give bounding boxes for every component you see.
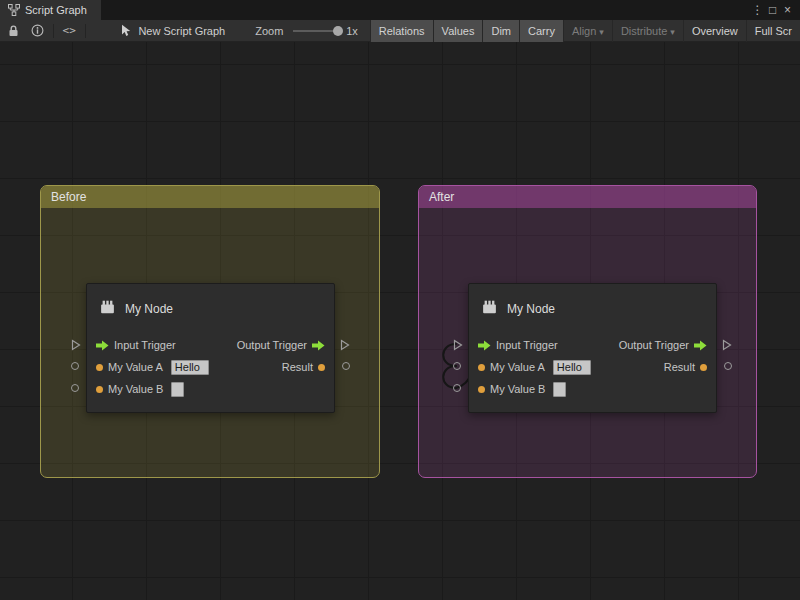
chevron-down-icon: ▾ [599, 27, 604, 37]
graph-value-input-port[interactable] [453, 362, 461, 370]
graph-icon [8, 4, 20, 16]
input-trigger-port[interactable]: Input Trigger [96, 339, 176, 351]
chevron-down-icon: ▾ [670, 27, 675, 37]
value-b-input[interactable] [553, 382, 566, 397]
trigger-arrow-icon [312, 340, 325, 351]
graph-trigger-input-port[interactable] [453, 339, 463, 351]
value-b-input[interactable] [171, 382, 184, 397]
input-trigger-port[interactable]: Input Trigger [478, 339, 558, 351]
port-row: My Value B [87, 378, 334, 400]
port-row: My Value B [469, 378, 716, 400]
value-port-icon [478, 364, 485, 371]
node-header[interactable]: My Node [87, 284, 334, 334]
pointer-icon [120, 24, 132, 37]
graph-trigger-output-port[interactable] [340, 339, 350, 351]
distribute-button: Distribute▾ [612, 20, 683, 42]
tab-bar: Script Graph ⋮ □ × [0, 0, 800, 20]
zoom-value: 1x [346, 25, 358, 37]
zoom-label: Zoom [255, 25, 283, 37]
window-menu-icon[interactable]: ⋮ [750, 3, 765, 17]
port-row: My Value A Result [469, 356, 716, 378]
trigger-arrow-icon [694, 340, 707, 351]
value-b-port[interactable]: My Value B [96, 382, 184, 397]
graph-value-input-port[interactable] [71, 362, 79, 370]
node-icon [99, 299, 116, 320]
trigger-arrow-icon [96, 340, 109, 351]
graph-trigger-output-port[interactable] [722, 339, 732, 351]
value-port-icon [96, 386, 103, 393]
value-port-icon [700, 364, 707, 371]
node-title: My Node [507, 302, 555, 316]
fullscreen-button[interactable]: Full Scr [746, 20, 800, 42]
value-b-port[interactable]: My Value B [478, 382, 566, 397]
toolbar-separator [53, 24, 54, 38]
zoom-slider-track[interactable] [293, 30, 338, 32]
toolbar-separator [85, 24, 86, 38]
align-button: Align▾ [563, 20, 612, 42]
group-title: Before [51, 190, 86, 204]
value-port-icon [318, 364, 325, 371]
node-title: My Node [125, 302, 173, 316]
group-header[interactable]: Before [41, 186, 379, 208]
graph-trigger-input-port[interactable] [71, 339, 81, 351]
result-port[interactable]: Result [664, 361, 707, 373]
value-a-port[interactable]: My Value A [478, 360, 591, 375]
node-header[interactable]: My Node [469, 284, 716, 334]
graph-value-input-port[interactable] [453, 384, 461, 392]
value-a-port[interactable]: My Value A [96, 360, 209, 375]
graph-name-label[interactable]: New Script Graph [138, 25, 225, 37]
script-graph-window: Script Graph ⋮ □ × <> [0, 0, 800, 600]
graph-value-output-port[interactable] [724, 362, 732, 370]
zoom-slider[interactable] [293, 25, 338, 37]
output-trigger-port[interactable]: Output Trigger [619, 339, 707, 351]
value-a-input[interactable] [171, 360, 209, 375]
lock-icon[interactable] [7, 24, 20, 37]
code-icon[interactable]: <> [63, 24, 76, 37]
group-after[interactable]: After My Node [418, 185, 757, 478]
dim-button[interactable]: Dim [482, 20, 519, 42]
relations-button[interactable]: Relations [370, 20, 433, 42]
zoom-slider-handle[interactable] [333, 26, 343, 36]
graph-value-output-port[interactable] [342, 362, 350, 370]
port-row: Input Trigger Output Trigger [469, 334, 716, 356]
tab-title: Script Graph [25, 4, 87, 16]
port-row: Input Trigger Output Trigger [87, 334, 334, 356]
overview-button[interactable]: Overview [683, 20, 746, 42]
group-header[interactable]: After [419, 186, 756, 208]
node-icon [481, 299, 498, 320]
graph-value-input-port[interactable] [71, 384, 79, 392]
tab-script-graph[interactable]: Script Graph [0, 0, 101, 20]
align-label: Align [572, 25, 596, 37]
values-button[interactable]: Values [433, 20, 483, 42]
value-port-icon [478, 386, 485, 393]
port-row: My Value A Result [87, 356, 334, 378]
graph-toolbar: <> New Script Graph Zoom 1x Relations Va… [0, 20, 800, 42]
value-a-input[interactable] [553, 360, 591, 375]
result-port[interactable]: Result [282, 361, 325, 373]
window-controls: ⋮ □ × [750, 0, 800, 20]
close-icon[interactable]: × [780, 3, 795, 17]
node-my-node[interactable]: My Node Input Trigger Output Trigger [86, 283, 335, 413]
group-before[interactable]: Before My Node [40, 185, 380, 478]
maximize-icon[interactable]: □ [765, 3, 780, 17]
node-my-node[interactable]: My Node Input Trigger Output Trigger [468, 283, 717, 413]
value-port-icon [96, 364, 103, 371]
output-trigger-port[interactable]: Output Trigger [237, 339, 325, 351]
distribute-label: Distribute [621, 25, 667, 37]
info-icon[interactable] [31, 24, 44, 37]
trigger-arrow-icon [478, 340, 491, 351]
graph-canvas[interactable]: Before My Node [0, 42, 800, 600]
carry-button[interactable]: Carry [519, 20, 563, 42]
group-title: After [429, 190, 454, 204]
